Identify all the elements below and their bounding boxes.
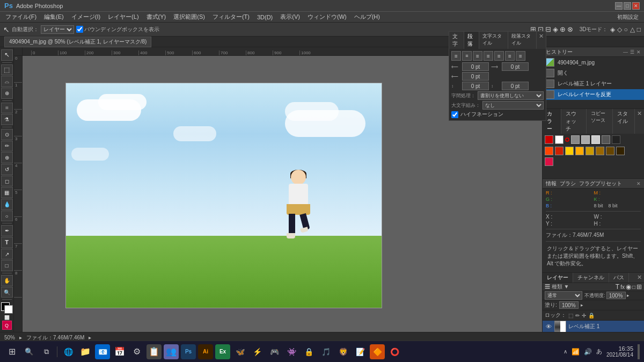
menu-image[interactable]: イメージ(I) — [68, 12, 104, 22]
tray-ime[interactable]: あ — [596, 347, 602, 356]
history-item-0[interactable]: 4904904_m.jpg — [543, 57, 644, 68]
history-item-3[interactable]: レベルレイヤーを反更 — [543, 89, 644, 100]
tab-para-style[interactable]: 段落スタイル — [508, 32, 537, 49]
crop-tool[interactable]: ⌗ — [1, 103, 13, 114]
search-button[interactable]: 🔍 — [21, 344, 36, 359]
text-panel-close[interactable]: ✕ — [537, 32, 546, 49]
tab-paths[interactable]: パス — [609, 273, 629, 283]
color-selector[interactable] — [1, 302, 13, 314]
group-icon[interactable]: ⊞ — [636, 283, 642, 291]
taskbar-photoshop[interactable]: Ps — [181, 344, 196, 359]
maximize-button[interactable]: □ — [624, 2, 631, 10]
taskbar-settings[interactable]: ⚙ — [129, 344, 144, 359]
tab-channels[interactable]: チャンネル — [573, 273, 609, 283]
filter-label[interactable]: ☰ 種類 ▼ — [545, 283, 569, 291]
gray-swatch[interactable] — [571, 135, 580, 144]
hyphen-checkbox[interactable] — [451, 111, 458, 118]
menu-3d[interactable]: 3D(D) — [254, 13, 276, 21]
start-button[interactable]: ⊞ — [4, 344, 19, 359]
dark-gray-swatch[interactable] — [602, 135, 610, 144]
gold-swatch[interactable] — [586, 147, 594, 155]
white-swatch[interactable] — [555, 135, 564, 144]
taskbar-mail[interactable]: 📧 — [95, 344, 110, 359]
layer-row-adjustment[interactable]: 👁 レベル補正 1 — [543, 321, 644, 332]
history-panel-options[interactable]: ☰ — [630, 49, 634, 55]
opacity-arrow[interactable]: ▸ — [627, 293, 630, 298]
pink-swatch[interactable] — [545, 157, 553, 166]
taskbar-lion[interactable]: 🦁 — [335, 344, 350, 359]
gradient-tool[interactable]: ▦ — [1, 187, 13, 198]
menu-help[interactable]: ヘルプ(H) — [351, 12, 383, 22]
taskbar-excel[interactable]: Ex — [215, 344, 230, 359]
stamp-tool[interactable]: ⊕ — [1, 152, 13, 163]
quick-select-tool[interactable]: ⊕ — [1, 88, 13, 99]
opacity-input[interactable] — [606, 292, 626, 299]
brown-swatch[interactable] — [596, 147, 604, 155]
lock-transparent[interactable]: ⬚ — [568, 313, 573, 318]
taskbar-explorer[interactable]: 📁 — [78, 344, 93, 359]
taskbar-time[interactable]: 16:35 2021/08/14 — [606, 345, 633, 358]
taskbar-butterfly[interactable]: 🦋 — [232, 344, 247, 359]
indent-right-input[interactable] — [502, 62, 529, 71]
tab-text[interactable]: 文字 — [449, 32, 464, 49]
mode-icon[interactable]: Q — [2, 321, 12, 330]
circle-icon[interactable] — [565, 137, 569, 142]
fill-arrow[interactable]: ▸ — [581, 302, 583, 308]
justify-all[interactable]: ≡ — [516, 51, 525, 61]
menu-layer[interactable]: レイヤー(L) — [105, 12, 142, 22]
justify-right[interactable]: ≡ — [505, 51, 515, 61]
info-panel-close[interactable]: ✕ — [636, 181, 641, 186]
minimize-button[interactable]: — — [615, 2, 623, 10]
move-tool[interactable]: ↖ — [1, 49, 13, 61]
history-item-2[interactable]: レベル補正 1 レイヤー — [543, 78, 644, 89]
history-item-1[interactable]: 開く — [543, 68, 644, 78]
text-tool-icon[interactable]: T — [616, 283, 619, 291]
menu-edit[interactable]: 編集(E) — [41, 12, 67, 22]
justify-center[interactable]: ≡ — [494, 51, 504, 61]
quick-mask-icon[interactable]: ⬜ — [4, 315, 10, 320]
space-after-input[interactable] — [502, 82, 529, 90]
indent-first-input[interactable] — [462, 72, 489, 81]
lock-move[interactable]: ✛ — [582, 313, 586, 318]
menu-view[interactable]: 表示(V) — [277, 12, 303, 22]
bounding-box-checkbox[interactable]: バウンディングボックスを表示 — [76, 26, 159, 33]
align-left[interactable]: ≡ — [451, 51, 461, 61]
lighter-gray-swatch[interactable] — [591, 135, 600, 144]
composer-select[interactable]: 書割りを使用しない — [478, 91, 544, 100]
brush-tool[interactable]: ✏ — [1, 141, 13, 152]
tab-char-style[interactable]: 文字スタイル — [479, 32, 508, 49]
dark-red-swatch[interactable] — [555, 147, 564, 155]
tray-arrow[interactable]: ∧ — [564, 349, 567, 354]
taskbar-teams[interactable]: 👥 — [164, 344, 179, 359]
align-center[interactable]: ≡ — [462, 51, 472, 61]
close-button[interactable]: ✕ — [632, 2, 640, 10]
adjust-icon[interactable]: ◉ — [626, 283, 631, 291]
taskbar-illustrator[interactable]: Ai — [198, 344, 213, 359]
layers-panel-close[interactable]: ✕ — [635, 273, 644, 283]
lock-paint[interactable]: ✏ — [575, 313, 580, 318]
orange-swatch[interactable] — [545, 147, 553, 155]
tab-styles[interactable]: スタイル — [613, 109, 635, 134]
pen-tool[interactable]: ✒ — [1, 225, 13, 236]
zoom-tool[interactable]: 🔍 — [1, 287, 13, 298]
tray-volume[interactable]: 🔊 — [584, 348, 592, 356]
history-panel-close[interactable]: ✕ — [636, 49, 641, 55]
color-panel-close[interactable]: ✕ — [635, 109, 644, 134]
eyedropper-tool[interactable]: ⚗ — [1, 114, 13, 125]
shape-tool[interactable]: □ — [1, 260, 13, 271]
taskbar-security[interactable]: 🔒 — [301, 344, 316, 359]
taskbar-circle[interactable]: ⭕ — [387, 344, 402, 359]
align-right[interactable]: ≡ — [473, 51, 482, 61]
text-tool[interactable]: T — [1, 237, 13, 248]
show-desktop[interactable] — [638, 344, 640, 359]
case-select[interactable]: なし — [482, 101, 544, 110]
menu-select[interactable]: 選択範囲(S) — [170, 12, 208, 22]
layer-eye-0[interactable]: 👁 — [545, 323, 552, 330]
fx-icon[interactable]: fx — [620, 284, 625, 290]
taskview-button[interactable]: ⧉ — [39, 344, 54, 359]
taskbar-todo[interactable]: 📋 — [147, 344, 162, 359]
taskbar-calendar[interactable]: 📅 — [112, 344, 127, 359]
taskbar-extra1[interactable]: 🎮 — [267, 344, 282, 359]
taskbar-edge[interactable]: 🌐 — [61, 344, 76, 359]
blend-mode-select[interactable]: 通常 — [545, 291, 582, 300]
